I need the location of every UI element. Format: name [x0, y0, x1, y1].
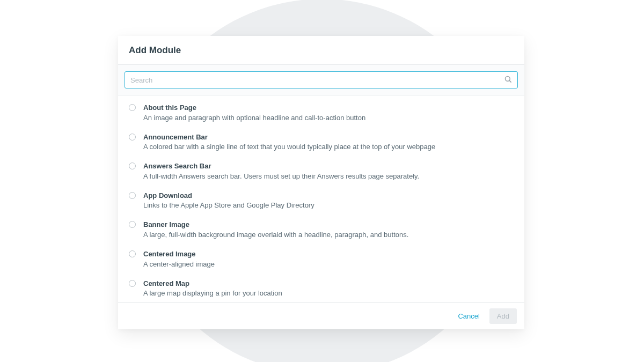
module-title: Banner Image [143, 220, 514, 230]
module-desc: Links to the Apple App Store and Google … [143, 201, 514, 210]
add-module-modal: Add Module About this Page An image and … [118, 36, 524, 329]
module-option-banner-image[interactable]: Banner Image A large, full-width backgro… [129, 220, 514, 239]
module-text: About this Page An image and paragraph w… [143, 103, 514, 122]
module-text: Centered Map A large map displaying a pi… [143, 279, 514, 298]
module-title: About this Page [143, 103, 514, 113]
module-option-about-this-page[interactable]: About this Page An image and paragraph w… [129, 103, 514, 122]
search-icon [504, 75, 512, 85]
module-desc: A large map displaying a pin for your lo… [143, 289, 514, 298]
radio-icon[interactable] [129, 221, 136, 228]
search-input[interactable] [130, 76, 504, 84]
module-title: Answers Search Bar [143, 161, 514, 171]
svg-line-1 [509, 80, 511, 82]
add-button[interactable]: Add [489, 308, 517, 324]
radio-icon[interactable] [129, 250, 136, 257]
search-bar-container [118, 65, 524, 95]
radio-icon[interactable] [129, 134, 136, 141]
modal-footer: Cancel Add [118, 302, 524, 329]
radio-icon[interactable] [129, 192, 136, 199]
module-title: Centered Image [143, 249, 514, 259]
module-desc: A full-width Answers search bar. Users m… [143, 172, 514, 181]
modal-header: Add Module [118, 36, 524, 65]
module-list[interactable]: About this Page An image and paragraph w… [118, 95, 524, 302]
module-option-announcement-bar[interactable]: Announcement Bar A colored bar with a si… [129, 132, 514, 152]
module-text: Banner Image A large, full-width backgro… [143, 220, 514, 239]
cancel-button[interactable]: Cancel [455, 309, 482, 323]
module-option-centered-image[interactable]: Centered Image A center-aligned image [129, 249, 514, 269]
module-desc: An image and paragraph with optional hea… [143, 113, 514, 123]
module-title: Centered Map [143, 279, 514, 289]
module-desc: A center-aligned image [143, 260, 514, 269]
module-title: Announcement Bar [143, 132, 514, 142]
search-field[interactable] [125, 71, 518, 88]
module-text: Centered Image A center-aligned image [143, 249, 514, 269]
module-option-app-download[interactable]: App Download Links to the Apple App Stor… [129, 191, 514, 210]
module-text: Answers Search Bar A full-width Answers … [143, 161, 514, 181]
module-text: Announcement Bar A colored bar with a si… [143, 132, 514, 152]
module-title: App Download [143, 191, 514, 201]
module-text: App Download Links to the Apple App Stor… [143, 191, 514, 210]
module-option-centered-map[interactable]: Centered Map A large map displaying a pi… [129, 279, 514, 298]
radio-icon[interactable] [129, 104, 136, 111]
radio-icon[interactable] [129, 162, 136, 169]
modal-title: Add Module [129, 45, 514, 56]
module-option-answers-search-bar[interactable]: Answers Search Bar A full-width Answers … [129, 161, 514, 181]
module-desc: A colored bar with a single line of text… [143, 142, 514, 152]
module-desc: A large, full-width background image ove… [143, 230, 514, 240]
radio-icon[interactable] [129, 280, 136, 287]
